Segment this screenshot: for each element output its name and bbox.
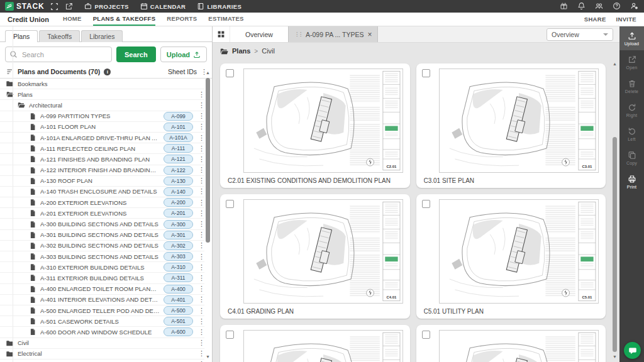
breadcrumb-root[interactable]: Plans xyxy=(232,47,250,55)
tree-row[interactable]: Architectural xyxy=(0,100,204,111)
sheet-id-badge[interactable]: A-501 xyxy=(164,317,193,326)
tree-row[interactable]: A-600 DOOR AND WINDOW SCHEDULE A-600 xyxy=(0,327,204,337)
top-menu-item[interactable]: PROJECTS xyxy=(84,3,128,10)
scrollbar-thumb[interactable] xyxy=(206,78,210,243)
upload-icon[interactable]: Upload xyxy=(619,26,644,50)
tree-row[interactable]: A-140 TRASH ENCLOSURE AND DETAILS A-140 xyxy=(0,187,204,197)
kebab-menu-icon[interactable] xyxy=(198,285,203,292)
top-menu-item[interactable]: LIBRARIES xyxy=(197,3,242,10)
sheet-id-badge[interactable]: A-201 xyxy=(164,209,193,217)
plan-card[interactable] xyxy=(416,325,606,362)
panel-tab[interactable]: Takeoffs xyxy=(39,30,80,42)
kebab-menu-icon[interactable] xyxy=(198,177,203,184)
tree-row[interactable]: Fire Protection xyxy=(0,359,204,362)
sheet-id-badge[interactable]: A-500 xyxy=(164,306,193,315)
trash-icon[interactable]: Delete xyxy=(619,74,644,98)
sheet-id-badge[interactable]: A-302 xyxy=(164,241,193,250)
sheet-id-badge[interactable]: A-099 xyxy=(164,112,193,121)
sheet-id-badge[interactable]: A-121 xyxy=(164,155,193,163)
project-tab[interactable]: ESTIMATES xyxy=(208,13,243,26)
drag-handle-icon[interactable] xyxy=(294,31,302,37)
card-checkbox[interactable] xyxy=(422,200,430,208)
panel-scrollbar[interactable]: ▲ ▼ xyxy=(205,70,211,359)
kebab-menu-icon[interactable] xyxy=(198,253,203,260)
kebab-menu-icon[interactable] xyxy=(198,307,203,314)
plan-card[interactable]: C3.01 C3.01 SITE PLAN xyxy=(416,63,606,188)
kebab-menu-icon[interactable] xyxy=(198,102,203,109)
people-icon[interactable] xyxy=(595,2,604,11)
card-checkbox[interactable] xyxy=(226,200,234,208)
tree-row[interactable]: A-121 FINISHES AND BRANDING PLAN A-121 xyxy=(0,154,204,165)
kebab-menu-icon[interactable] xyxy=(198,242,203,249)
project-tab[interactable]: HOME xyxy=(63,13,82,26)
kebab-menu-icon[interactable] xyxy=(198,188,203,195)
sheet-id-badge[interactable]: A-400 xyxy=(164,285,193,293)
card-checkbox[interactable] xyxy=(226,69,234,77)
kebab-menu-icon[interactable] xyxy=(198,210,203,217)
open-icon[interactable]: Open xyxy=(619,50,644,74)
bell-icon[interactable] xyxy=(577,2,586,11)
scroll-up-icon[interactable]: ▲ xyxy=(205,70,211,75)
tree-row[interactable]: A-301 BUILDING SECTIONS AND DETAILS A-30… xyxy=(0,230,204,241)
sheet-id-badge[interactable]: A-140 xyxy=(164,187,193,196)
panel-tab[interactable]: Plans xyxy=(5,30,38,42)
top-menu-item[interactable]: CALENDAR xyxy=(140,3,186,10)
kebab-menu-icon[interactable] xyxy=(198,112,203,119)
tree-row[interactable]: A-501 CASEWORK DETAILS A-501 xyxy=(0,316,204,327)
workspace-scrollbar[interactable]: ▲ ▼ xyxy=(612,62,618,359)
tree-row[interactable]: A-300 BUILDING SECTIONS AND DETAILS A-30… xyxy=(0,219,204,229)
plan-card[interactable]: C4.01 C4.01 GRADING PLAN xyxy=(220,194,410,319)
card-checkbox[interactable] xyxy=(226,331,234,339)
kebab-menu-icon[interactable] xyxy=(198,275,203,282)
project-tab[interactable]: PLANS & TAKEOFFS xyxy=(93,13,156,26)
tree-row[interactable]: A-130 ROOF PLAN A-130 xyxy=(0,176,204,187)
plan-card[interactable]: C5.01 C5.01 UTILITY PLAN xyxy=(416,194,606,319)
tab-document[interactable]: A-099 PA ... TYPES xyxy=(288,26,378,42)
rotate-left-icon[interactable]: Left xyxy=(619,122,644,146)
tree-row[interactable]: A-311 EXTERIOR BUILDING DETAILS A-311 xyxy=(0,273,204,283)
kebab-menu-icon[interactable] xyxy=(198,199,203,206)
sheet-id-badge[interactable]: A-122 xyxy=(164,166,193,175)
tree-row[interactable]: A-201 EXTERIOR ELEVATIONS A-201 xyxy=(0,208,204,219)
tree-row[interactable]: A-101A ENLARGED DRIVE-THRU PLAN AND DETA… xyxy=(0,133,204,143)
gift-icon[interactable] xyxy=(560,2,569,11)
tree-row[interactable]: A-400 ENLARGED TOILET ROOM PLANS AND DET… xyxy=(0,284,204,295)
kebab-menu-icon[interactable] xyxy=(198,145,203,152)
tree-row[interactable]: Civil xyxy=(0,338,204,349)
upload-button[interactable]: Upload xyxy=(160,47,207,62)
tree-row[interactable]: A-401 INTERIOR ELEVATIONS AND DETAILS A-… xyxy=(0,295,204,305)
tab-overview[interactable]: Overview xyxy=(230,26,288,42)
sheet-id-badge[interactable]: A-311 xyxy=(164,273,193,282)
account-icon[interactable] xyxy=(630,2,639,11)
kebab-menu-icon[interactable] xyxy=(198,156,203,163)
tree-row[interactable]: A-122 INTERIOR FINISH AND BRANDING LEGEN… xyxy=(0,165,204,176)
tree-row[interactable]: A-200 EXTERIOR ELEVATIONS A-200 xyxy=(0,197,204,208)
copy-icon[interactable]: Copy xyxy=(619,146,644,170)
sheet-id-badge[interactable]: A-401 xyxy=(164,295,193,304)
search-input[interactable] xyxy=(5,47,112,62)
kebab-menu-icon[interactable] xyxy=(198,350,203,357)
tree-row[interactable]: A-111 REFLECTED CEILING PLAN A-111 xyxy=(0,143,204,154)
card-checkbox[interactable] xyxy=(422,69,430,77)
tree-row[interactable]: A-101 FLOOR PLAN A-101 xyxy=(0,122,204,133)
kebab-menu-icon[interactable] xyxy=(198,264,203,271)
external-link-icon[interactable] xyxy=(65,3,73,11)
kebab-menu-icon[interactable] xyxy=(198,167,203,173)
sheet-id-badge[interactable]: A-600 xyxy=(164,327,193,336)
kebab-menu-icon[interactable] xyxy=(198,296,203,303)
sheet-id-badge[interactable]: A-310 xyxy=(164,263,193,272)
tree-row[interactable]: Electrical xyxy=(0,349,204,359)
tree-row[interactable]: Bookmarks xyxy=(0,79,204,89)
sheet-id-badge[interactable]: A-300 xyxy=(164,220,193,229)
view-dropdown[interactable]: Overview xyxy=(547,28,613,41)
kebab-menu-icon[interactable] xyxy=(198,339,203,346)
search-button[interactable]: Search xyxy=(116,47,156,62)
tree-row[interactable]: Plans xyxy=(0,89,204,100)
sheet-id-badge[interactable]: A-130 xyxy=(164,177,193,185)
kebab-menu-icon[interactable] xyxy=(198,123,203,130)
kebab-menu-icon[interactable] xyxy=(198,91,203,98)
project-action-button[interactable]: INVITE xyxy=(616,16,636,23)
kebab-menu-icon[interactable] xyxy=(198,221,203,228)
tree-row[interactable]: A-099 PARTITION TYPES A-099 xyxy=(0,111,204,122)
card-checkbox[interactable] xyxy=(422,331,430,339)
